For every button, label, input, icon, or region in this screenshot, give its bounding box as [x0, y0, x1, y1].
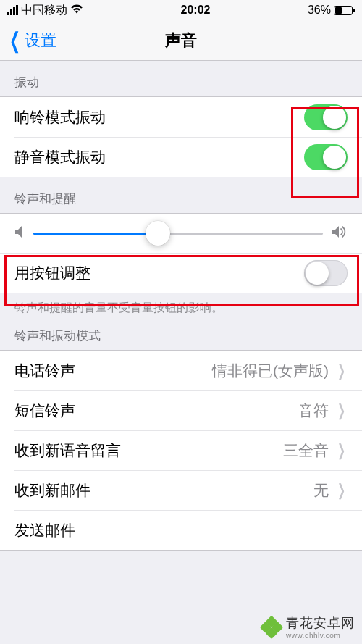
- back-label: 设置: [25, 30, 56, 51]
- vibrate-group: 响铃模式振动 静音模式振动: [0, 96, 362, 177]
- ring-vibrate-toggle[interactable]: [304, 104, 348, 130]
- change-with-buttons-label: 用按钮调整: [14, 263, 90, 283]
- silent-vibrate-label: 静音模式振动: [14, 147, 106, 167]
- cell-value: 无: [313, 480, 329, 501]
- back-button[interactable]: ❮ 设置: [6, 30, 56, 51]
- watermark-text: 青花安卓网 www.qhhlv.com: [286, 614, 355, 640]
- section-header-vibrate: 振动: [0, 61, 362, 96]
- sent-mail-cell[interactable]: 发送邮件: [14, 510, 362, 550]
- chevron-left-icon: ❮: [9, 30, 20, 51]
- ringer-footer: 铃声和提醒的音量不受音量按钮的影响。: [0, 293, 362, 325]
- chevron-right-icon: ❯: [337, 481, 345, 500]
- cell-label: 收到新语音留言: [14, 440, 121, 461]
- voicemail-cell[interactable]: 收到新语音留言 三全音 ❯: [14, 430, 362, 470]
- chevron-right-icon: ❯: [337, 401, 345, 420]
- new-mail-cell[interactable]: 收到新邮件 无 ❯: [14, 470, 362, 510]
- cell-label: 短信铃声: [14, 401, 75, 421]
- battery-icon: [334, 6, 355, 15]
- signal-icon: [7, 5, 18, 15]
- cell-label: 收到新邮件: [14, 480, 90, 501]
- carrier-label: 中国移动: [21, 3, 67, 18]
- cell-value: 音符: [298, 401, 329, 421]
- volume-low-icon: [14, 225, 25, 241]
- status-right: 36%: [308, 4, 355, 17]
- silent-vibrate-toggle[interactable]: [304, 144, 348, 170]
- ring-vibrate-cell: 响铃模式振动: [0, 97, 362, 137]
- slider-thumb[interactable]: [146, 221, 170, 246]
- volume-high-icon: [332, 225, 348, 241]
- silent-vibrate-cell: 静音模式振动: [14, 137, 362, 177]
- clock: 20:02: [181, 4, 211, 17]
- volume-slider[interactable]: [33, 233, 323, 235]
- section-header-pattern: 铃声和振动模式: [0, 325, 362, 350]
- section-header-ringer: 铃声和提醒: [0, 177, 362, 213]
- cell-label: 电话铃声: [14, 361, 75, 381]
- change-with-buttons-cell: 用按钮调整: [0, 253, 362, 293]
- volume-slider-cell: [0, 214, 362, 253]
- text-tone-cell[interactable]: 短信铃声 音符 ❯: [14, 390, 362, 430]
- status-left: 中国移动: [7, 3, 83, 18]
- cell-value: 三全音: [283, 440, 329, 461]
- chevron-right-icon: ❯: [337, 441, 345, 460]
- watermark-logo-icon: [261, 617, 282, 637]
- pattern-group: 电话铃声 情非得已(女声版) ❯ 短信铃声 音符 ❯ 收到新语音留言 三全音 ❯…: [0, 350, 362, 551]
- watermark: 青花安卓网 www.qhhlv.com: [261, 614, 355, 640]
- cell-value: 情非得已(女声版): [212, 361, 329, 381]
- nav-bar: ❮ 设置 声音: [0, 20, 362, 61]
- ring-vibrate-label: 响铃模式振动: [14, 107, 106, 127]
- ringtone-cell[interactable]: 电话铃声 情非得已(女声版) ❯: [0, 351, 362, 390]
- status-bar: 中国移动 20:02 36%: [0, 0, 362, 20]
- ringer-group: 用按钮调整: [0, 213, 362, 293]
- battery-fill: [335, 7, 342, 14]
- battery-percent: 36%: [308, 4, 331, 17]
- watermark-url: www.qhhlv.com: [286, 632, 355, 640]
- chevron-right-icon: ❯: [337, 361, 345, 380]
- slider-fill: [33, 233, 158, 235]
- cell-label: 发送邮件: [14, 520, 75, 540]
- watermark-title: 青花安卓网: [286, 614, 355, 632]
- wifi-icon: [70, 4, 83, 17]
- page-title: 声音: [165, 30, 197, 51]
- change-with-buttons-toggle[interactable]: [304, 260, 348, 286]
